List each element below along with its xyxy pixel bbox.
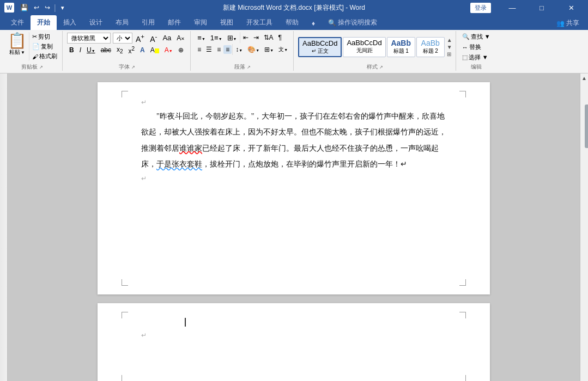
select-button[interactable]: ⬚ 选择 ▼: [460, 53, 492, 62]
line-spacing-button[interactable]: ↕▼: [233, 45, 245, 54]
save-qa-btn[interactable]: 💾: [19, 3, 30, 13]
corner-br-1: [459, 279, 466, 286]
styles-scroll-arrows: ▲ ▼ ⊞: [447, 37, 452, 57]
styles-expand[interactable]: ⊞: [447, 51, 452, 57]
para-text-underline-red: 谁谁家: [179, 144, 202, 152]
bold-button[interactable]: B: [67, 46, 76, 54]
tab-layout[interactable]: 布局: [109, 15, 135, 30]
minimize-button[interactable]: —: [500, 0, 525, 15]
tab-references[interactable]: 引用: [135, 15, 161, 30]
clipboard-group: 📋 粘贴▼ ✂ 剪切 📄 复制 🖌 格式刷 剪贴板 ↗: [2, 31, 63, 71]
return-mark-p2: ↵: [141, 331, 446, 339]
editing-content: 🔍 查找 ▼ ↔ 替换 ⬚ 选择 ▼: [460, 32, 492, 62]
align-right-button[interactable]: ≡: [215, 45, 223, 54]
scroll-up-arrow[interactable]: ▲: [580, 73, 588, 83]
align-left-button[interactable]: ≡: [195, 45, 203, 54]
para-controls: ≡▼ 1≡▼ ⊞▼ ⇤ ⇥ ⇅A ¶ ≡ ☰ ≡ ≡: [195, 32, 290, 55]
document-area[interactable]: ↵ "昨夜斗回北，今朝岁起东。"，大年初一，孩子们在左邻右舍的爆竹声中醒来，欣喜…: [8, 73, 580, 381]
font-row1: 微软雅黑 小四 A+ A- Aa A✕: [67, 32, 187, 44]
para-row1: ≡▼ 1≡▼ ⊞▼ ⇤ ⇥ ⇅A ¶: [195, 32, 290, 43]
superscript-button[interactable]: x2: [126, 45, 137, 56]
text-effects-button[interactable]: A: [138, 46, 147, 54]
increase-indent-button[interactable]: ⇥: [251, 33, 261, 42]
page2-content[interactable]: ↵: [98, 303, 490, 350]
window-controls: — □ ✕: [500, 0, 584, 15]
numbered-list-button[interactable]: 1≡▼: [208, 33, 225, 42]
redo-qa-btn[interactable]: ↪: [43, 3, 52, 13]
style-normal[interactable]: AaBbCcDd ↵ 正文: [298, 37, 342, 57]
search-icon: 🔍: [462, 33, 470, 40]
font-name-select[interactable]: 微软雅黑: [67, 33, 111, 44]
font-controls: 微软雅黑 小四 A+ A- Aa A✕ B I U▼: [67, 32, 187, 56]
restore-button[interactable]: □: [529, 0, 554, 15]
italic-button[interactable]: I: [77, 46, 83, 54]
bullet-list-button[interactable]: ≡▼: [195, 33, 208, 42]
font-size-select[interactable]: 小四: [113, 33, 132, 44]
qa-dropdown[interactable]: ▼: [58, 4, 67, 12]
find-button[interactable]: 🔍 查找 ▼: [460, 32, 492, 41]
highlight-button[interactable]: A▬: [148, 46, 161, 54]
char-shading-button[interactable]: ⊕: [176, 46, 186, 54]
replace-button[interactable]: ↔ 替换: [460, 42, 492, 52]
tab-diamond[interactable]: ♦: [305, 17, 322, 30]
tab-help[interactable]: 帮助: [279, 15, 305, 30]
style-heading2-label: 标题 2: [420, 47, 441, 55]
show-marks-button[interactable]: ¶: [276, 33, 284, 42]
styles-scroll-down[interactable]: ▼: [447, 44, 452, 50]
close-button[interactable]: ✕: [559, 0, 584, 15]
styles-label: 样式 ↗: [367, 63, 383, 71]
ribbon: 文件 开始 插入 设计 布局 引用 邮件 审阅 视图 开发工具 帮助 ♦ 🔍 操…: [0, 15, 588, 73]
title-bar-right: 登录 — □ ✕: [470, 0, 584, 15]
login-button[interactable]: 登录: [470, 3, 491, 13]
align-center-button[interactable]: ☰: [204, 45, 214, 54]
cut-button[interactable]: ✂ 剪切: [31, 32, 59, 41]
styles-scroll-up[interactable]: ▲: [447, 37, 452, 43]
tab-developer[interactable]: 开发工具: [240, 15, 279, 30]
vertical-scrollbar[interactable]: ▲ ▼: [580, 73, 588, 381]
paste-button[interactable]: 📋 粘贴▼: [5, 32, 29, 61]
tab-search[interactable]: 🔍 操作说明搜索: [322, 15, 384, 30]
ribbon-body: 📋 粘贴▼ ✂ 剪切 📄 复制 🖌 格式刷 剪贴板 ↗: [0, 30, 588, 73]
clear-format-button[interactable]: A✕: [174, 34, 187, 42]
tab-design[interactable]: 设计: [83, 15, 109, 30]
subscript-button[interactable]: x2: [114, 45, 125, 55]
title-bar-left: W 💾 ↩ ↪ | ▼: [4, 3, 67, 13]
return-mark-bottom: ↵: [141, 175, 446, 182]
multilevel-list-button[interactable]: ⊞▼: [225, 33, 239, 42]
paste-label: 粘贴▼: [9, 48, 25, 56]
quick-access-toolbar: 💾 ↩ ↪ | ▼: [19, 3, 67, 13]
qa-separator: |: [54, 3, 56, 12]
style-heading2[interactable]: AaBb 标题 2: [416, 37, 445, 57]
corner-tr-1: [459, 91, 466, 97]
copy-button[interactable]: 📄 复制: [31, 42, 59, 51]
strikethrough-button[interactable]: abc: [99, 46, 113, 54]
font-color-button[interactable]: A▼: [162, 46, 175, 54]
ribbon-tabs: 文件 开始 插入 设计 布局 引用 邮件 审阅 视图 开发工具 帮助 ♦ 🔍 操…: [0, 15, 588, 30]
tab-home[interactable]: 开始: [31, 15, 57, 30]
shading-button[interactable]: 🎨▼: [245, 45, 262, 54]
style-no-spacing[interactable]: AaBbCcDd 无间距: [343, 37, 385, 57]
style-heading1[interactable]: AaBb 标题 1: [387, 37, 415, 57]
change-case-button[interactable]: Aa: [160, 33, 173, 42]
tab-mail[interactable]: 邮件: [161, 15, 187, 30]
format-painter-button[interactable]: 🖌 格式刷: [31, 52, 59, 61]
scroll-thumb[interactable]: [585, 105, 588, 148]
tab-view[interactable]: 视图: [214, 15, 240, 30]
underline-button[interactable]: U▼: [84, 46, 98, 54]
para-text-3: ，拔栓开门，点炮放炮，在毕剥的爆竹声里开启新的一年！↵: [202, 160, 407, 168]
tab-file[interactable]: 文件: [4, 15, 31, 30]
font-grow-button[interactable]: A+: [134, 32, 147, 44]
vertical-ruler: [0, 73, 8, 381]
border-button[interactable]: ⊞▼: [262, 45, 276, 54]
chinese-layout-button[interactable]: 文▼: [276, 45, 290, 54]
decrease-indent-button[interactable]: ⇤: [241, 33, 251, 42]
main-paragraph[interactable]: "昨夜斗回北，今朝岁起东。"，大年初一，孩子们在左邻右舍的爆竹声中醒来，欣喜地欲…: [141, 108, 446, 173]
tab-review[interactable]: 审阅: [187, 15, 214, 30]
tab-insert[interactable]: 插入: [57, 15, 83, 30]
paragraph-label: 段落 ↗: [234, 63, 251, 71]
share-button[interactable]: 👥共享: [552, 16, 584, 30]
justify-button[interactable]: ≡: [223, 45, 232, 54]
sort-button[interactable]: ⇅A: [262, 33, 276, 42]
font-shrink-button[interactable]: A-: [148, 32, 159, 44]
undo-qa-btn[interactable]: ↩: [32, 3, 41, 13]
